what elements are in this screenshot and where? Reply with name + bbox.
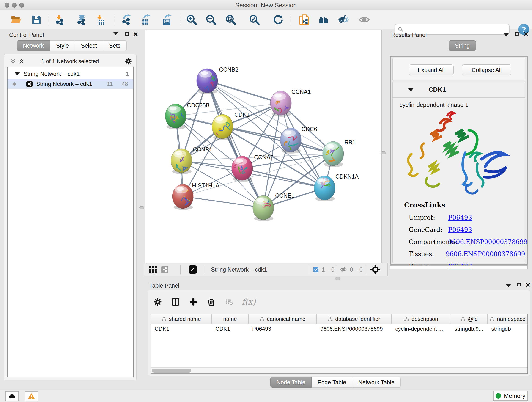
show-columns-button[interactable] (171, 297, 181, 307)
collapse-all-button[interactable]: Collapse All (462, 64, 511, 75)
table-panel-body: f(x) shared name name canonical name dat… (148, 290, 530, 376)
zoom-selected-button[interactable] (249, 14, 260, 26)
column-header-description[interactable]: description (392, 314, 451, 324)
open-session-button[interactable] (10, 14, 22, 26)
cell-canonical-name[interactable]: P06493 (249, 325, 317, 333)
network-tab-content: 1 of 1 Network selected String Network –… (4, 54, 137, 380)
panel-float-icon[interactable] (515, 32, 519, 36)
table-options-button[interactable] (152, 297, 163, 307)
panel-float-icon[interactable] (125, 32, 129, 36)
tab-network-table[interactable]: Network Table (352, 377, 401, 388)
save-session-button[interactable] (31, 14, 42, 26)
expand-all-button[interactable]: Expand All (409, 64, 454, 75)
show-all-button[interactable] (359, 14, 370, 26)
node-name: CDK1 (428, 86, 446, 93)
network-node-CDKN1A[interactable]: CDKN1A (314, 173, 359, 201)
table-row[interactable]: CDK1 CDK1 P06493 9606.ENSP00000378699 cy… (151, 325, 527, 333)
string-network-graph[interactable]: CCNB2CCNA1CDC25BCDK1CDC6RB1CCNB1CCNA2CDK… (146, 30, 382, 263)
network-node-CDK1[interactable]: CDK1 (212, 111, 250, 140)
panel-float-icon[interactable] (517, 283, 521, 287)
node-details-header[interactable]: CDK1 (393, 82, 525, 98)
tab-select[interactable]: Select (75, 40, 103, 51)
collapse-caret-icon[interactable] (408, 88, 414, 91)
network-state-dot-icon (13, 82, 16, 86)
scrollbar-thumb[interactable] (152, 369, 191, 373)
zoom-fit-button[interactable] (225, 14, 236, 26)
selected-count-toggle[interactable]: 1 – 0 (313, 263, 335, 276)
table-horizontal-scrollbar[interactable] (151, 367, 527, 373)
network-node-CDC6[interactable]: CDC6 (280, 126, 317, 153)
network-node-CCNA2[interactable]: CCNA2 (232, 154, 273, 182)
panel-menu-icon[interactable] (504, 33, 509, 36)
column-header-shared-name[interactable]: shared name (151, 314, 212, 324)
panel-close-icon[interactable]: ✕ (523, 31, 529, 38)
tree-expander-icon[interactable] (14, 72, 20, 75)
cell-namespace[interactable]: stringdb (488, 325, 527, 333)
right-splitter-handle[interactable] (381, 152, 386, 154)
network-node-RB1[interactable]: RB1 (323, 139, 355, 167)
panel-close-icon[interactable]: ✕ (133, 31, 138, 38)
network-edge-HIST1H1A-CCNE1[interactable] (183, 196, 263, 208)
panel-close-icon[interactable]: ✕ (525, 282, 530, 288)
cell-id[interactable]: stringdb:9... (451, 325, 488, 333)
warnings-button[interactable] (25, 391, 38, 401)
zoom-in-button[interactable] (186, 14, 197, 26)
left-splitter-handle[interactable] (139, 206, 144, 209)
network-view-canvas[interactable]: CCNB2CCNA1CDC25BCDK1CDC6RB1CCNB1CCNA2CDK… (145, 30, 382, 263)
network-options-gear-icon[interactable] (124, 57, 132, 65)
network-overview-button[interactable] (161, 263, 168, 276)
panel-menu-icon[interactable] (506, 284, 511, 287)
export-image-button[interactable] (161, 14, 173, 26)
fit-selected-button[interactable] (370, 263, 380, 276)
hide-selected-button[interactable] (337, 14, 349, 26)
crosslink-link[interactable]: 9606.ENSP00000378699 (448, 238, 527, 245)
zoom-out-button[interactable] (205, 14, 217, 26)
zoom-in-icon (186, 14, 197, 25)
column-header-name[interactable]: name (212, 314, 249, 324)
crosslink-label: GeneCard: (409, 226, 448, 233)
cell-shared-name[interactable]: CDK1 (151, 325, 212, 333)
network-node-HIST1H1A[interactable]: HIST1H1A (172, 182, 220, 210)
hidden-count-toggle[interactable]: 0 – 0 (339, 263, 363, 276)
network-row-selected[interactable]: String Network – cdk1 11 48 (7, 79, 133, 89)
export-table-button[interactable] (140, 14, 152, 26)
cell-name[interactable]: CDK1 (212, 325, 249, 333)
export-network-icon (121, 14, 132, 25)
tab-node-table[interactable]: Node Table (270, 377, 312, 388)
import-network-from-database-button[interactable] (76, 14, 87, 26)
network-edge-CCNB2-CCNA1[interactable] (207, 81, 281, 103)
import-table-button[interactable] (94, 14, 106, 26)
detach-view-button[interactable] (189, 263, 197, 276)
home-button[interactable] (318, 14, 329, 26)
crosslink-link[interactable]: P06493 (448, 214, 472, 221)
export-network-button[interactable] (120, 14, 132, 26)
network-collection-row[interactable]: String Network – cdk1 1 (7, 69, 133, 79)
delete-column-button[interactable] (206, 297, 216, 307)
cell-database-identifier[interactable]: 9606.ENSP00000378699 (317, 325, 392, 333)
network-node-CCNE1[interactable]: CCNE1 (253, 192, 295, 221)
cloud-status-button[interactable] (6, 391, 19, 401)
tab-style[interactable]: Style (50, 40, 75, 51)
cell-description[interactable]: cyclin-dependent ... (392, 325, 451, 333)
tab-sets[interactable]: Sets (103, 40, 127, 51)
panel-menu-icon[interactable] (113, 32, 118, 35)
tab-network[interactable]: Network (17, 40, 50, 51)
apply-layout-button[interactable] (272, 14, 284, 26)
column-header-database-identifier[interactable]: database identifier (317, 314, 392, 324)
column-header-namespace[interactable]: namespace (488, 314, 527, 324)
function-builder-button-disabled[interactable]: f(x) (242, 297, 256, 306)
tab-edge-table[interactable]: Edge Table (312, 377, 352, 388)
column-header-canonical-name[interactable]: canonical name (249, 314, 317, 324)
crosslink-link[interactable]: P06493 (448, 226, 472, 233)
column-header-id[interactable]: @id (451, 314, 488, 324)
create-column-button[interactable] (188, 297, 198, 307)
tab-string[interactable]: String (449, 40, 476, 51)
crosslink-link[interactable]: 9606.ENSP00000378699 (446, 250, 525, 258)
clone-network-button[interactable] (298, 14, 310, 26)
grid-view-button[interactable] (149, 263, 157, 276)
delete-table-button-disabled[interactable] (224, 297, 234, 307)
import-network-file-button[interactable] (54, 14, 65, 26)
results-scroll-strip[interactable] (390, 265, 528, 269)
network-node-CCNB1[interactable]: CCNB1 (171, 146, 212, 174)
memory-button[interactable]: Memory (493, 391, 528, 401)
